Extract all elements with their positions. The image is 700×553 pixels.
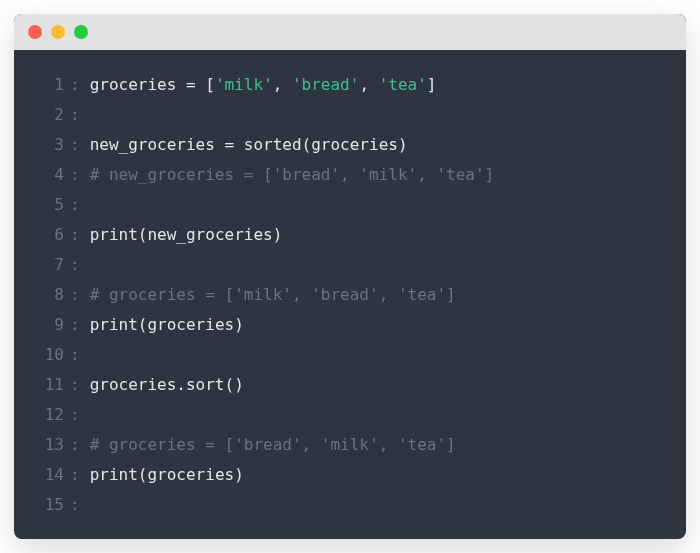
code-content: print(new_groceries) xyxy=(90,220,283,250)
code-line: 3:new_groceries = sorted(groceries) xyxy=(14,130,686,160)
token-punct: , xyxy=(273,75,292,94)
code-line: 4:# new_groceries = ['bread', 'milk', 't… xyxy=(14,160,686,190)
token-string: 'milk' xyxy=(215,75,273,94)
token-ident: print xyxy=(90,315,138,334)
code-line: 12: xyxy=(14,400,686,430)
code-line: 9:print(groceries) xyxy=(14,310,686,340)
gutter-separator: : xyxy=(64,400,90,430)
code-content: new_groceries = sorted(groceries) xyxy=(90,130,408,160)
gutter-separator: : xyxy=(64,160,90,190)
token-punct: ] xyxy=(427,75,437,94)
token-comment: # groceries = ['bread', 'milk', 'tea'] xyxy=(90,435,456,454)
token-ident: print xyxy=(90,465,138,484)
token-punct: (groceries) xyxy=(138,315,244,334)
token-string: 'tea' xyxy=(379,75,427,94)
code-line: 10: xyxy=(14,340,686,370)
token-ident: groceries xyxy=(90,75,186,94)
code-content: # groceries = ['bread', 'milk', 'tea'] xyxy=(90,430,456,460)
line-number: 15 xyxy=(14,490,64,520)
line-number: 11 xyxy=(14,370,64,400)
gutter-separator: : xyxy=(64,460,90,490)
line-number: 10 xyxy=(14,340,64,370)
code-line: 1:groceries = ['milk', 'bread', 'tea'] xyxy=(14,70,686,100)
token-comment: # new_groceries = ['bread', 'milk', 'tea… xyxy=(90,165,495,184)
code-content: groceries = ['milk', 'bread', 'tea'] xyxy=(90,70,437,100)
gutter-separator: : xyxy=(64,280,90,310)
code-line: 15: xyxy=(14,490,686,520)
code-window: 1:groceries = ['milk', 'bread', 'tea']2:… xyxy=(14,14,686,539)
code-line: 2: xyxy=(14,100,686,130)
code-line: 7: xyxy=(14,250,686,280)
gutter-separator: : xyxy=(64,490,90,520)
line-number: 12 xyxy=(14,400,64,430)
minimize-icon[interactable] xyxy=(51,25,65,39)
token-punct: = [ xyxy=(186,75,215,94)
token-punct: = sorted(groceries) xyxy=(225,135,408,154)
gutter-separator: : xyxy=(64,190,90,220)
code-content: # new_groceries = ['bread', 'milk', 'tea… xyxy=(90,160,495,190)
code-line: 14:print(groceries) xyxy=(14,460,686,490)
token-ident: print xyxy=(90,225,138,244)
line-number: 8 xyxy=(14,280,64,310)
gutter-separator: : xyxy=(64,430,90,460)
token-ident: groceries.sort xyxy=(90,375,225,394)
line-number: 2 xyxy=(14,100,64,130)
gutter-separator: : xyxy=(64,70,90,100)
line-number: 13 xyxy=(14,430,64,460)
titlebar xyxy=(14,14,686,50)
gutter-separator: : xyxy=(64,130,90,160)
close-icon[interactable] xyxy=(28,25,42,39)
code-line: 11:groceries.sort() xyxy=(14,370,686,400)
code-content: print(groceries) xyxy=(90,460,244,490)
gutter-separator: : xyxy=(64,250,90,280)
token-string: 'bread' xyxy=(292,75,359,94)
code-content: # groceries = ['milk', 'bread', 'tea'] xyxy=(90,280,456,310)
token-punct: () xyxy=(225,375,244,394)
gutter-separator: : xyxy=(64,100,90,130)
token-punct: (groceries) xyxy=(138,465,244,484)
token-comment: # groceries = ['milk', 'bread', 'tea'] xyxy=(90,285,456,304)
line-number: 5 xyxy=(14,190,64,220)
code-line: 8:# groceries = ['milk', 'bread', 'tea'] xyxy=(14,280,686,310)
code-editor[interactable]: 1:groceries = ['milk', 'bread', 'tea']2:… xyxy=(14,50,686,539)
line-number: 14 xyxy=(14,460,64,490)
code-content: print(groceries) xyxy=(90,310,244,340)
line-number: 7 xyxy=(14,250,64,280)
token-ident: new_groceries xyxy=(90,135,225,154)
line-number: 6 xyxy=(14,220,64,250)
line-number: 4 xyxy=(14,160,64,190)
line-number: 3 xyxy=(14,130,64,160)
zoom-icon[interactable] xyxy=(74,25,88,39)
gutter-separator: : xyxy=(64,370,90,400)
code-line: 5: xyxy=(14,190,686,220)
line-number: 9 xyxy=(14,310,64,340)
token-punct: , xyxy=(359,75,378,94)
code-line: 13:# groceries = ['bread', 'milk', 'tea'… xyxy=(14,430,686,460)
code-content: groceries.sort() xyxy=(90,370,244,400)
token-punct: (new_groceries) xyxy=(138,225,283,244)
line-number: 1 xyxy=(14,70,64,100)
code-line: 6:print(new_groceries) xyxy=(14,220,686,250)
gutter-separator: : xyxy=(64,310,90,340)
gutter-separator: : xyxy=(64,220,90,250)
gutter-separator: : xyxy=(64,340,90,370)
